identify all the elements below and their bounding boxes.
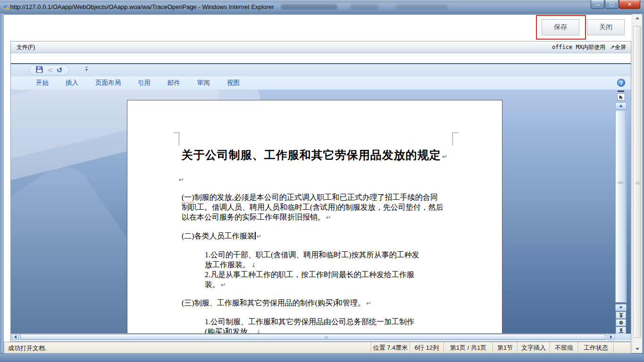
split-handle[interactable] <box>618 90 624 92</box>
editor-horizontal-scrollbar <box>11 334 631 340</box>
scroll-thumb[interactable] <box>633 26 641 338</box>
tab-home[interactable]: 开始 <box>33 77 51 89</box>
document-line: 1.公司的干部、职工(含借调、聘用和临时工)按其所从事的工种发 <box>205 250 419 260</box>
document-area: 关于公司制服、工作服和其它劳保用品发放的规定↵ ↵ (一)制服的发放,必须是本公… <box>11 90 631 334</box>
scroll-track[interactable] <box>19 334 607 340</box>
document-title: 关于公司制服、工作服和其它劳保用品发放的规定↵ <box>127 148 502 163</box>
close-button[interactable]: 关闭 <box>587 19 625 35</box>
ghost-window-title <box>281 4 337 9</box>
internet-explorer-icon: e <box>4 2 8 11</box>
spellcheck-squiggle: (一) <box>182 193 194 201</box>
scroll-track[interactable] <box>632 22 642 345</box>
status-bar: 成功打开文档. 位置 7.4厘米 6行 12列 第1页 / 共1页 第1节 文字… <box>4 342 631 354</box>
maximize-button[interactable]: ▢ <box>605 0 619 9</box>
tab-view[interactable]: 视图 <box>225 77 242 89</box>
line-break-mark: ↓ <box>251 262 256 269</box>
menu-bar: 文件(F) office MX内部使用 ↗全屏 <box>11 41 631 53</box>
document-line: 以在本公司服务的实际工作年限折旧报销。↵ <box>182 213 331 222</box>
window-frame-bottom <box>0 353 644 362</box>
document-line: 制职工。借调人员、聘用人员和临时工(含试用)的制服发放，先公司垫付，然后 <box>182 203 443 212</box>
scroll-left-button[interactable] <box>12 334 19 340</box>
document-line: 放工作服装。↓ <box>205 260 256 270</box>
browser-vertical-scrollbar <box>632 14 642 353</box>
tab-review[interactable]: 审阅 <box>195 77 212 89</box>
previous-page-button[interactable] <box>616 312 626 319</box>
minimize-button[interactable]: — <box>591 0 604 9</box>
scroll-thumb[interactable] <box>20 334 605 340</box>
internal-use-label: office MX内部使用 <box>552 43 605 51</box>
title-bar: e http://127.0.0.1/OAapp/WebObjects/OAap… <box>0 0 644 13</box>
status-work-state-toggle[interactable]: 工作状态 <box>578 342 614 353</box>
margin-crop-mark <box>174 132 179 146</box>
paragraph-mark: ↵ <box>442 153 448 160</box>
ribbon-tabs: 开始 插入 页面布局 引用 邮件 审阅 视图 ? <box>11 76 631 90</box>
status-track-changes-toggle[interactable]: 不留痕 <box>550 342 578 353</box>
tab-insert[interactable]: 插入 <box>63 77 81 89</box>
tab-page-layout[interactable]: 页面布局 <box>93 77 123 89</box>
undo-dropdown-icon[interactable]: ▾ <box>50 69 52 74</box>
file-menu[interactable]: 文件(F) <box>11 43 41 51</box>
tab-references[interactable]: 引用 <box>135 77 153 89</box>
window-frame-left <box>0 13 4 353</box>
status-insert-mode-toggle[interactable]: 文字插入 <box>517 342 550 353</box>
document-line: 装。↵ <box>205 280 226 290</box>
scroll-up-button[interactable] <box>615 102 627 109</box>
line-break-mark: ↓ <box>256 329 261 334</box>
scroll-up-button[interactable] <box>633 14 642 22</box>
scroll-thumb[interactable] <box>615 110 626 303</box>
toolbar-strip <box>11 53 631 64</box>
paragraph-mark: ↵ <box>257 233 262 240</box>
fullscreen-link[interactable]: ↗全屏 <box>610 43 626 51</box>
status-page-count: 第1页 / 共1页 <box>443 342 493 353</box>
quick-access-toolbar: ↶▾ ↺ ▾ <box>11 64 631 76</box>
scroll-down-button[interactable] <box>615 304 627 311</box>
scroll-track[interactable] <box>615 110 627 303</box>
document-line: (一)制服的发放,必须是本公司的正式调入职工和已正式办理了招工手续的合同 <box>182 193 438 202</box>
status-section: 第1节 <box>493 342 517 353</box>
tab-mailings[interactable]: 邮件 <box>165 77 183 89</box>
redo-icon[interactable]: ↺ <box>57 66 63 74</box>
quick-access-more-icon[interactable]: ▾ <box>85 67 88 72</box>
status-line-column: 6行 12列 <box>410 342 443 353</box>
document-line: ↵ <box>178 175 184 185</box>
select-browse-object-button[interactable] <box>616 319 626 326</box>
paragraph-mark: ↵ <box>326 214 331 221</box>
scroll-down-button[interactable] <box>633 345 642 353</box>
document-line: 1.公司制服、工作服和其它劳保用品由公司总务部统一加工制作 <box>205 317 414 327</box>
margin-crop-mark <box>452 132 458 146</box>
close-window-button[interactable]: ✕ <box>619 0 640 9</box>
editor-vertical-scrollbar <box>615 90 627 334</box>
ghost-window-title <box>351 4 379 9</box>
next-page-button[interactable] <box>616 327 626 334</box>
document-line: 2.凡是从事工种工作的职工，按工作时间最长的工种发给工作服 <box>205 270 414 280</box>
text-cursor <box>255 232 256 239</box>
document-page[interactable]: 关于公司制服、工作服和其它劳保用品发放的规定↵ ↵ (一)制服的发放,必须是本公… <box>127 100 502 334</box>
paragraph-mark: ↵ <box>221 281 226 288</box>
document-line: (二)各类人员工作服装↵ <box>182 231 262 241</box>
save-button[interactable]: 保存 <box>542 19 579 35</box>
help-icon[interactable]: ? <box>617 79 625 87</box>
document-line: (三)制服、工作服和其它劳保用品的制作(购买)和管理。↵ <box>182 298 371 308</box>
office-control: 文件(F) office MX内部使用 ↗全屏 <box>10 41 631 342</box>
select-tool-icon[interactable] <box>617 93 625 101</box>
window-frame-right <box>642 13 644 353</box>
document-line: (购买)和发放。↓ <box>205 327 261 334</box>
save-icon[interactable] <box>36 66 43 75</box>
ghost-window-title <box>396 4 448 9</box>
status-message: 成功打开文档. <box>8 344 47 353</box>
paragraph-mark: ↵ <box>179 176 184 183</box>
window-title: http://127.0.0.1/OAapp/WebObjects/OAapp.… <box>10 3 274 10</box>
scroll-right-button[interactable] <box>608 334 615 340</box>
paragraph-mark: ↵ <box>366 300 371 307</box>
status-position: 位置 7.4厘米 <box>371 342 410 353</box>
browser-viewport: 保存 关闭 文件(F) office MX内部使用 ↗全屏 <box>4 14 632 353</box>
